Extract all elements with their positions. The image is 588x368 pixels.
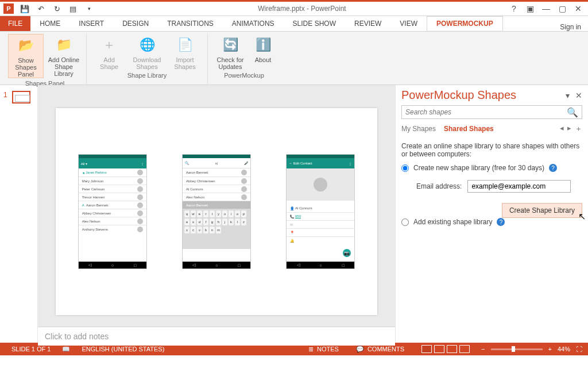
zoom-in-icon[interactable]: + [548,346,552,352]
help-icon[interactable]: ? [510,4,518,13]
undo-icon[interactable]: ↶ [36,3,46,14]
reading-view-icon[interactable] [447,345,457,353]
tab-powermockup[interactable]: POWERMOCKUP [427,16,503,31]
camera-fab-icon: 📷 [343,249,351,257]
app-badge: P [3,3,14,14]
zoom-level[interactable]: 44% [558,346,570,352]
notes-pane[interactable]: Click to add notes [38,327,395,346]
email-label: Email address: [416,182,462,190]
import-shapes-button: 📄 Import Shapes [167,34,203,70]
cursor-icon: ↖ [578,211,586,222]
powermockup-shapes-panel: PowerMockup Shapes ▾ ✕ 🔍 My Shapes Share… [395,85,588,343]
create-shape-library-button[interactable]: Create Shape Library [502,203,582,218]
slide: All ▾⋮ ★ Janet Perkins Mary Johnson Pete… [56,108,377,315]
ribbon-tabs: FILE HOME INSERT DESIGN TRANSITIONS ANIM… [0,16,588,31]
spellcheck-icon[interactable]: 📖 [56,346,76,353]
notes-toggle[interactable]: ≣ NOTES [303,346,345,353]
normal-view-icon[interactable] [421,345,432,353]
search-input[interactable] [402,107,563,117]
add-existing-library-radio[interactable] [401,218,409,226]
tab-slideshow[interactable]: SLIDE SHOW [284,16,345,31]
ribbon: 📂 Show Shapes Panel 📁 Add Online Shape L… [0,31,588,85]
slide-thumbnail-pane[interactable]: 1 [0,85,38,343]
show-shapes-panel-button[interactable]: 📂 Show Shapes Panel [8,34,44,78]
slide-canvas[interactable]: All ▾⋮ ★ Janet Perkins Mary Johnson Pete… [38,85,395,327]
phone-mockup-3: ← Edit Contact⋮ 📷 👤 Al Connors 📞 650 ✉ 📍… [286,154,355,269]
nav-left-icon[interactable]: ◂ [560,124,564,134]
titlebar: P 💾 ↶ ↻ ▤ ▾ Wireframe.pptx - PowerPoint … [0,0,588,16]
refresh-globe-icon: 🔄 [220,35,240,55]
folder-open-icon: 📂 [16,36,36,55]
add-online-shape-library-button[interactable]: 📁 Add Online Shape Library [46,34,82,78]
sign-in[interactable]: Sign in [560,23,588,31]
add-existing-library-label: Add existing shape library [413,218,492,226]
info-icon: ℹ️ [253,35,273,55]
group-label: PowerMockup [224,70,264,80]
panel-close-icon[interactable]: ✕ [575,91,582,100]
slideshow-view-icon[interactable] [459,345,470,353]
slide-number: 1 [3,91,7,99]
customize-qat-icon[interactable]: ▾ [84,3,94,14]
help-icon[interactable]: ? [549,164,557,172]
maximize-icon[interactable]: ▢ [558,4,566,13]
email-field[interactable] [467,180,571,193]
window-title: Wireframe.pptx - PowerPoint [94,5,510,13]
shared-shapes-tab[interactable]: Shared Shapes [444,125,494,133]
phone-mockup-2: 🔍a|🎤 Aaron Bennett Abbey Christensen Al … [182,154,251,269]
search-icon[interactable]: 🔍 [563,107,582,118]
slide-indicator[interactable]: SLIDE 1 OF 1 [6,346,56,352]
add-shape-button: ＋ Add Shape [91,34,127,70]
save-icon[interactable]: 💾 [20,3,30,14]
download-shapes-button: 🌐 Download Shapes [129,34,165,70]
tab-home[interactable]: HOME [30,16,69,31]
download-icon: 🌐 [137,35,157,55]
zoom-out-icon[interactable]: − [481,346,485,352]
panel-title: PowerMockup Shapes [401,89,516,102]
check-for-updates-button[interactable]: 🔄 Check for Updates [212,34,248,70]
my-shapes-tab[interactable]: My Shapes [401,125,436,133]
import-icon: 📄 [175,35,195,55]
tab-transitions[interactable]: TRANSITIONS [158,16,223,31]
tab-insert[interactable]: INSERT [69,16,113,31]
tab-animations[interactable]: ANIMATIONS [223,16,284,31]
close-icon[interactable]: ✕ [574,4,582,13]
create-new-library-radio[interactable] [401,164,409,172]
about-button[interactable]: ℹ️ About [250,34,276,70]
redo-icon[interactable]: ↻ [52,3,62,14]
tab-file[interactable]: FILE [0,16,30,31]
panel-menu-icon[interactable]: ▾ [566,91,570,100]
phone-mockup-1: All ▾⋮ ★ Janet Perkins Mary Johnson Pete… [78,154,147,269]
minimize-icon[interactable]: — [542,4,550,13]
nav-right-icon[interactable]: ▸ [567,124,571,134]
plus-icon: ＋ [99,35,119,55]
add-icon[interactable]: ＋ [575,124,582,134]
fit-to-window-icon[interactable]: ⛶ [576,346,582,352]
help-icon[interactable]: ? [497,218,505,226]
tab-review[interactable]: REVIEW [345,16,390,31]
tab-view[interactable]: VIEW [390,16,427,31]
start-from-beginning-icon[interactable]: ▤ [68,3,78,14]
comments-toggle[interactable]: 💬 COMMENTS [350,346,410,353]
zoom-slider[interactable] [491,348,543,350]
tab-design[interactable]: DESIGN [113,16,158,31]
slide-thumbnail[interactable] [12,91,30,103]
language-indicator[interactable]: ENGLISH (UNITED STATES) [76,346,170,352]
ribbon-options-icon[interactable]: ▣ [526,4,534,13]
group-label: Shape Library [127,70,167,80]
panel-intro-text: Create an online shape library to share … [401,142,582,158]
search-shapes-input[interactable]: 🔍 [401,105,582,119]
sorter-view-icon[interactable] [434,345,444,353]
folder-plus-icon: 📁 [54,35,74,55]
create-new-library-label: Create new shape library (free for 30 da… [413,164,544,172]
